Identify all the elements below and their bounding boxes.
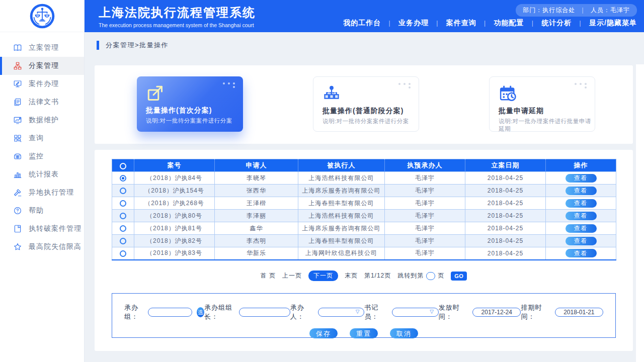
export-arrow-icon	[146, 84, 164, 102]
cell-applicant: 鑫华	[215, 222, 298, 235]
scrollbar-track[interactable]	[636, 64, 644, 362]
more-options-icon[interactable]	[398, 83, 412, 88]
app-root: 立案管理 分案管理 案件办理 法律文书	[0, 0, 644, 362]
prev-page-link[interactable]: 上一页	[282, 272, 302, 280]
court-emblem-icon	[29, 3, 55, 29]
handler-select[interactable]: ▽	[318, 308, 365, 317]
cell-respondent: 上海席乐服务咨询有限公司	[298, 185, 385, 197]
group-leader-input[interactable]	[239, 308, 290, 317]
more-options-icon[interactable]	[575, 83, 588, 88]
sidebar-item-bankruptcy-transfer[interactable]: 执转破案件管理	[0, 220, 84, 238]
sidebar-item-query[interactable]: 查询	[0, 129, 84, 147]
column-header-action: 操作	[546, 159, 616, 172]
cell-respondent: 上海网叶欣信息科技公司	[298, 247, 385, 260]
card-description: 说明:对一批办理案件进行批量申请延期	[499, 118, 595, 133]
nav-item-statistics-analysis[interactable]: 统计分析	[541, 19, 572, 28]
search-icon	[13, 134, 22, 143]
breadcrumb-accent-bar	[97, 41, 99, 50]
nav-item-workbench[interactable]: 我的工作台	[343, 19, 381, 28]
nav-item-business-handling[interactable]: 业务办理	[398, 19, 429, 28]
table-row: （2018）沪执83号 华新乐 上海网叶欣信息科技公司 毛泽宇 2018-04-…	[112, 247, 616, 260]
field-issue-time: 发放时间： 2017-12-24	[439, 303, 521, 321]
go-button[interactable]: GO	[451, 272, 467, 281]
cell-filing-date: 2018-04-25	[465, 185, 546, 197]
view-button[interactable]: 查看	[566, 187, 597, 195]
field-group: 承办组： 选	[124, 303, 204, 321]
more-options-icon[interactable]	[223, 82, 236, 88]
cell-case-no: （2018）沪执80号	[134, 210, 215, 222]
next-page-button[interactable]: 下一页	[308, 270, 338, 281]
card-description: 说明:对一批待分案案件进行分案	[323, 118, 409, 125]
select-all-header[interactable]	[112, 159, 134, 172]
breadcrumb: 分案管理>批量操作	[97, 41, 169, 50]
view-button[interactable]: 查看	[566, 224, 597, 233]
table-row: （2018）沪执154号 张西华 上海席乐服务咨询有限公司 毛泽宇 2018-0…	[112, 185, 616, 197]
nav-item-toggle-menu[interactable]: 显示/隐藏菜单	[589, 19, 637, 28]
cancel-button[interactable]: 取消	[390, 328, 418, 338]
group-leader-label: 承办组组长：	[204, 303, 236, 321]
gavel-icon	[13, 188, 22, 197]
sidebar-item-help[interactable]: 帮助	[0, 202, 84, 220]
row-radio[interactable]	[120, 213, 126, 219]
cell-handler: 毛泽宇	[385, 197, 465, 210]
sidebar-item-label: 分案管理	[29, 61, 59, 70]
row-radio[interactable]	[120, 238, 126, 244]
legal-document-icon	[13, 98, 22, 107]
sidebar-item-label: 帮助	[29, 206, 44, 215]
column-header-handler: 执预承办人	[385, 159, 465, 172]
row-radio[interactable]	[120, 250, 126, 257]
row-radio[interactable]	[120, 188, 126, 194]
sidebar-item-legal-documents[interactable]: 法律文书	[0, 93, 84, 111]
card-batch-apply-extension[interactable]: 批量申请延期 说明:对一批办理案件进行批量申请延期	[489, 76, 595, 132]
card-batch-first-assignment[interactable]: 批量操作(首次分案) 说明:对一批待分案案件进行分案	[137, 76, 243, 132]
case-table-panel: 案号 申请人 被执行人 执预承办人 立案日期 操作 （2018）沪执84号 李晓…	[95, 150, 633, 351]
jump-page-input[interactable]	[426, 272, 435, 280]
sidebar-item-case-filing[interactable]: 立案管理	[0, 39, 84, 57]
reset-button[interactable]: 重置	[350, 328, 378, 338]
badge-divider: ｜	[580, 6, 586, 15]
save-button[interactable]: 保存	[309, 328, 338, 338]
row-radio[interactable]	[120, 200, 126, 207]
view-button[interactable]: 查看	[566, 249, 597, 257]
group-input[interactable]	[148, 308, 192, 317]
nav-divider: ｜	[434, 19, 441, 28]
sidebar-item-statistics-report[interactable]: 统计报表	[0, 165, 84, 184]
jump-prefix: 跳转到第	[397, 272, 424, 280]
issue-date-field[interactable]: 2017-12-24	[472, 308, 521, 317]
sidebar-item-case-handling[interactable]: 案件办理	[0, 75, 84, 93]
view-button[interactable]: 查看	[566, 237, 597, 245]
radio-icon[interactable]	[120, 163, 126, 169]
pick-group-button[interactable]: 选	[197, 307, 204, 317]
last-page-link[interactable]: 末页	[345, 272, 358, 280]
bar-chart-icon	[13, 170, 22, 179]
nav-item-function-config[interactable]: 功能配置	[494, 19, 524, 28]
table-row: （2018）沪执84号 李晓琴 上海浩然科技有限公司 毛泽宇 2018-04-2…	[112, 172, 616, 185]
view-button[interactable]: 查看	[566, 212, 597, 220]
schedule-date-field[interactable]: 2018-01-21	[555, 308, 603, 317]
table-row: （2018）沪执81号 鑫华 上海席乐服务咨询有限公司 毛泽宇 2018-04-…	[112, 222, 616, 235]
sidebar-item-label: 查询	[29, 134, 44, 143]
row-radio[interactable]	[120, 225, 126, 232]
sidebar-item-label: 最高院失信限高	[29, 242, 82, 251]
table-header-row: 案号 申请人 被执行人 执预承办人 立案日期 操作	[112, 159, 616, 172]
row-radio[interactable]	[120, 175, 126, 182]
sidebar-item-label: 数据维护	[29, 116, 59, 125]
sidebar-item-data-maintenance[interactable]: 数据维护	[0, 111, 84, 129]
table-row: （2018）沪执80号 李泽丽 上海浩然科技有限公司 毛泽宇 2018-04-2…	[112, 210, 616, 222]
nav-item-case-query[interactable]: 案件查询	[446, 19, 476, 28]
sidebar-item-monitoring[interactable]: 监控	[0, 147, 84, 165]
sidebar-item-supreme-court-dishonesty[interactable]: 最高院失信限高	[0, 238, 84, 256]
cell-handler: 毛泽宇	[385, 235, 465, 247]
sidebar-item-label: 立案管理	[29, 43, 59, 52]
view-button[interactable]: 查看	[566, 199, 597, 208]
sidebar-item-remote-execution[interactable]: 异地执行管理	[0, 184, 84, 202]
sidebar-item-label: 监控	[29, 152, 44, 161]
view-button[interactable]: 查看	[566, 174, 597, 183]
column-header-case-no: 案号	[134, 159, 215, 172]
sidebar-item-case-assignment[interactable]: 分案管理	[0, 57, 84, 75]
cell-filing-date: 2018-04-25	[465, 247, 546, 260]
clerk-select[interactable]: ▽	[392, 308, 439, 317]
first-page-link[interactable]: 首 页	[261, 272, 276, 280]
star-icon	[13, 242, 22, 251]
card-batch-normal-stage-assignment[interactable]: 批量操作(普通阶段分案) 说明:对一批待分案案件进行分案	[313, 76, 419, 132]
